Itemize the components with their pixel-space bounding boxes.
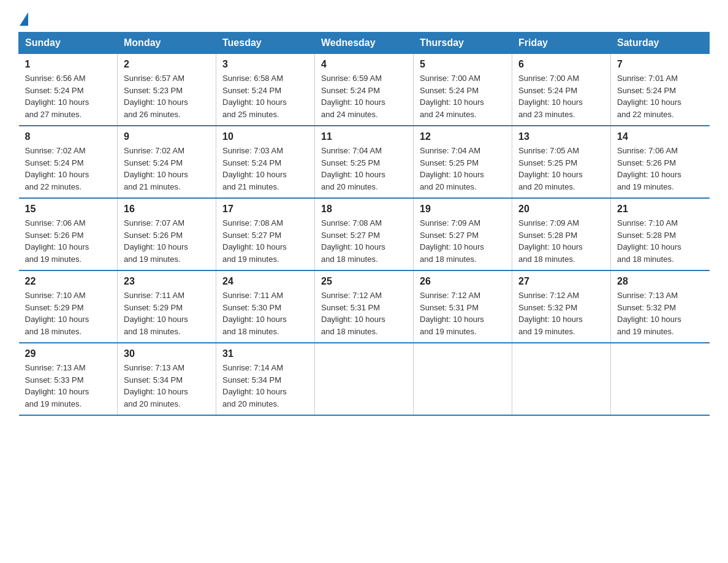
day-number: 26 xyxy=(420,276,506,287)
day-number: 13 xyxy=(518,131,604,142)
calendar-cell: 21 Sunrise: 7:10 AMSunset: 5:28 PMDaylig… xyxy=(611,198,710,270)
day-info: Sunrise: 7:05 AMSunset: 5:25 PMDaylight:… xyxy=(518,146,583,191)
day-info: Sunrise: 7:13 AMSunset: 5:34 PMDaylight:… xyxy=(124,363,188,408)
calendar-cell: 26 Sunrise: 7:12 AMSunset: 5:31 PMDaylig… xyxy=(414,270,512,343)
day-number: 28 xyxy=(617,276,703,287)
week-row-4: 22 Sunrise: 7:10 AMSunset: 5:29 PMDaylig… xyxy=(19,270,710,343)
calendar-cell: 6 Sunrise: 7:00 AMSunset: 5:24 PMDayligh… xyxy=(512,54,611,126)
day-info: Sunrise: 7:12 AMSunset: 5:32 PMDaylight:… xyxy=(518,291,583,336)
calendar-cell: 14 Sunrise: 7:06 AMSunset: 5:26 PMDaylig… xyxy=(611,126,710,198)
header-day-sunday: Sunday xyxy=(19,33,118,54)
day-number: 16 xyxy=(124,204,210,215)
calendar-cell: 15 Sunrise: 7:06 AMSunset: 5:26 PMDaylig… xyxy=(19,198,118,270)
calendar-cell: 27 Sunrise: 7:12 AMSunset: 5:32 PMDaylig… xyxy=(512,270,611,343)
day-info: Sunrise: 7:08 AMSunset: 5:27 PMDaylight:… xyxy=(222,218,287,264)
calendar-cell: 4 Sunrise: 6:59 AMSunset: 5:24 PMDayligh… xyxy=(315,54,414,126)
day-number: 3 xyxy=(222,59,308,70)
header-row: SundayMondayTuesdayWednesdayThursdayFrid… xyxy=(19,33,710,54)
day-info: Sunrise: 6:56 AMSunset: 5:24 PMDaylight:… xyxy=(25,74,89,119)
day-info: Sunrise: 7:02 AMSunset: 5:24 PMDaylight:… xyxy=(25,146,89,191)
day-number: 9 xyxy=(124,131,210,142)
calendar-cell: 28 Sunrise: 7:13 AMSunset: 5:32 PMDaylig… xyxy=(611,270,710,343)
day-number: 7 xyxy=(617,59,703,70)
day-info: Sunrise: 7:00 AMSunset: 5:24 PMDaylight:… xyxy=(518,74,583,119)
day-number: 25 xyxy=(321,276,407,287)
calendar-cell: 16 Sunrise: 7:07 AMSunset: 5:26 PMDaylig… xyxy=(118,198,216,270)
calendar-cell: 9 Sunrise: 7:02 AMSunset: 5:24 PMDayligh… xyxy=(118,126,216,198)
week-row-1: 1 Sunrise: 6:56 AMSunset: 5:24 PMDayligh… xyxy=(19,54,710,126)
calendar-cell: 10 Sunrise: 7:03 AMSunset: 5:24 PMDaylig… xyxy=(216,126,315,198)
calendar-body: 1 Sunrise: 6:56 AMSunset: 5:24 PMDayligh… xyxy=(19,54,710,416)
day-info: Sunrise: 7:13 AMSunset: 5:32 PMDaylight:… xyxy=(617,291,681,336)
calendar-cell: 18 Sunrise: 7:08 AMSunset: 5:27 PMDaylig… xyxy=(315,198,414,270)
week-row-5: 29 Sunrise: 7:13 AMSunset: 5:33 PMDaylig… xyxy=(19,343,710,415)
day-info: Sunrise: 7:06 AMSunset: 5:26 PMDaylight:… xyxy=(25,218,89,264)
calendar-cell xyxy=(414,343,512,415)
calendar-header: SundayMondayTuesdayWednesdayThursdayFrid… xyxy=(19,33,710,54)
day-number: 17 xyxy=(222,204,308,215)
header-day-tuesday: Tuesday xyxy=(216,33,315,54)
calendar-cell: 30 Sunrise: 7:13 AMSunset: 5:34 PMDaylig… xyxy=(118,343,216,415)
day-number: 19 xyxy=(420,204,506,215)
day-number: 27 xyxy=(518,276,604,287)
logo-triangle-icon xyxy=(20,12,28,26)
day-number: 11 xyxy=(321,131,407,142)
calendar-cell: 29 Sunrise: 7:13 AMSunset: 5:33 PMDaylig… xyxy=(19,343,118,415)
day-number: 20 xyxy=(518,204,604,215)
calendar-cell: 13 Sunrise: 7:05 AMSunset: 5:25 PMDaylig… xyxy=(512,126,611,198)
calendar-cell: 5 Sunrise: 7:00 AMSunset: 5:24 PMDayligh… xyxy=(414,54,512,126)
calendar-cell: 8 Sunrise: 7:02 AMSunset: 5:24 PMDayligh… xyxy=(19,126,118,198)
day-info: Sunrise: 7:02 AMSunset: 5:24 PMDaylight:… xyxy=(124,146,188,191)
calendar-cell: 3 Sunrise: 6:58 AMSunset: 5:24 PMDayligh… xyxy=(216,54,315,126)
day-info: Sunrise: 7:09 AMSunset: 5:27 PMDaylight:… xyxy=(420,218,484,264)
day-number: 29 xyxy=(25,348,112,359)
day-info: Sunrise: 7:11 AMSunset: 5:29 PMDaylight:… xyxy=(124,291,188,336)
day-info: Sunrise: 7:13 AMSunset: 5:33 PMDaylight:… xyxy=(25,363,89,408)
calendar-cell: 20 Sunrise: 7:09 AMSunset: 5:28 PMDaylig… xyxy=(512,198,611,270)
day-number: 21 xyxy=(617,204,703,215)
calendar-cell: 23 Sunrise: 7:11 AMSunset: 5:29 PMDaylig… xyxy=(118,270,216,343)
day-info: Sunrise: 7:14 AMSunset: 5:34 PMDaylight:… xyxy=(222,363,287,408)
day-number: 22 xyxy=(25,276,112,287)
calendar-cell: 1 Sunrise: 6:56 AMSunset: 5:24 PMDayligh… xyxy=(19,54,118,126)
header-day-wednesday: Wednesday xyxy=(315,33,414,54)
day-number: 10 xyxy=(222,131,308,142)
day-info: Sunrise: 7:07 AMSunset: 5:26 PMDaylight:… xyxy=(124,218,188,264)
day-number: 8 xyxy=(25,131,112,142)
calendar-cell xyxy=(611,343,710,415)
day-info: Sunrise: 7:12 AMSunset: 5:31 PMDaylight:… xyxy=(321,291,385,336)
day-info: Sunrise: 7:08 AMSunset: 5:27 PMDaylight:… xyxy=(321,218,385,264)
day-info: Sunrise: 7:03 AMSunset: 5:24 PMDaylight:… xyxy=(222,146,287,191)
day-info: Sunrise: 7:11 AMSunset: 5:30 PMDaylight:… xyxy=(222,291,287,336)
day-number: 24 xyxy=(222,276,308,287)
calendar-cell: 25 Sunrise: 7:12 AMSunset: 5:31 PMDaylig… xyxy=(315,270,414,343)
day-info: Sunrise: 7:06 AMSunset: 5:26 PMDaylight:… xyxy=(617,146,681,191)
day-info: Sunrise: 7:10 AMSunset: 5:28 PMDaylight:… xyxy=(617,218,681,264)
week-row-2: 8 Sunrise: 7:02 AMSunset: 5:24 PMDayligh… xyxy=(19,126,710,198)
header-day-saturday: Saturday xyxy=(611,33,710,54)
day-number: 5 xyxy=(420,59,506,70)
calendar-table: SundayMondayTuesdayWednesdayThursdayFrid… xyxy=(18,32,710,416)
calendar-cell: 17 Sunrise: 7:08 AMSunset: 5:27 PMDaylig… xyxy=(216,198,315,270)
day-number: 23 xyxy=(124,276,210,287)
day-info: Sunrise: 7:04 AMSunset: 5:25 PMDaylight:… xyxy=(321,146,385,191)
day-info: Sunrise: 7:01 AMSunset: 5:24 PMDaylight:… xyxy=(617,74,681,119)
calendar-cell: 11 Sunrise: 7:04 AMSunset: 5:25 PMDaylig… xyxy=(315,126,414,198)
day-number: 6 xyxy=(518,59,604,70)
day-number: 12 xyxy=(420,131,506,142)
calendar-cell: 31 Sunrise: 7:14 AMSunset: 5:34 PMDaylig… xyxy=(216,343,315,415)
logo-top xyxy=(18,12,28,25)
day-number: 18 xyxy=(321,204,407,215)
calendar-cell: 7 Sunrise: 7:01 AMSunset: 5:24 PMDayligh… xyxy=(611,54,710,126)
page-header xyxy=(18,12,710,22)
calendar-cell xyxy=(512,343,611,415)
calendar-cell xyxy=(315,343,414,415)
day-number: 30 xyxy=(124,348,210,359)
day-number: 15 xyxy=(25,204,112,215)
day-info: Sunrise: 7:12 AMSunset: 5:31 PMDaylight:… xyxy=(420,291,484,336)
calendar-cell: 2 Sunrise: 6:57 AMSunset: 5:23 PMDayligh… xyxy=(118,54,216,126)
day-info: Sunrise: 7:00 AMSunset: 5:24 PMDaylight:… xyxy=(420,74,484,119)
day-info: Sunrise: 7:09 AMSunset: 5:28 PMDaylight:… xyxy=(518,218,583,264)
calendar-cell: 24 Sunrise: 7:11 AMSunset: 5:30 PMDaylig… xyxy=(216,270,315,343)
header-day-monday: Monday xyxy=(118,33,216,54)
